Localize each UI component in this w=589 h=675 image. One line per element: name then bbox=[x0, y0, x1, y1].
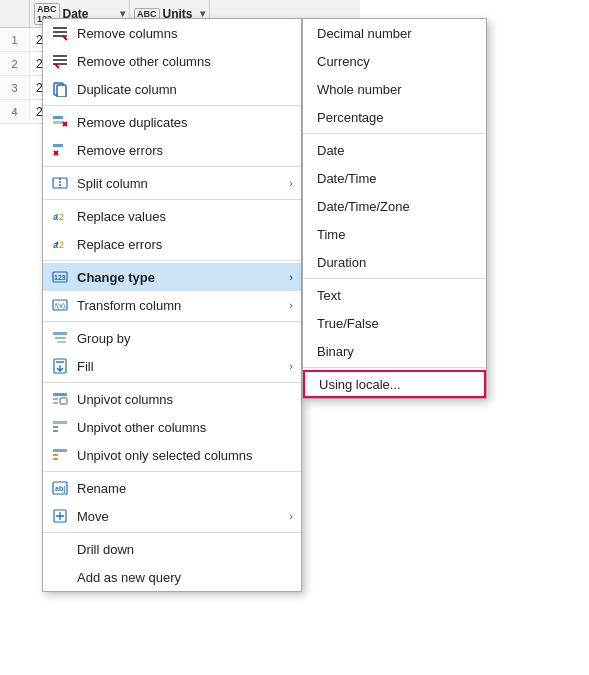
menu-item-change-type[interactable]: 123 Change type › bbox=[43, 263, 301, 291]
menu-item-duplicate-column[interactable]: Duplicate column bbox=[43, 75, 301, 103]
submenu-item-binary[interactable]: Binary bbox=[303, 337, 486, 365]
menu-item-replace-errors[interactable]: a 2 Replace errors bbox=[43, 230, 301, 258]
svg-rect-1 bbox=[53, 31, 67, 33]
separator-8 bbox=[43, 532, 301, 533]
svg-rect-5 bbox=[53, 59, 67, 61]
submenu-item-time[interactable]: Time bbox=[303, 220, 486, 248]
separator-7 bbox=[43, 471, 301, 472]
svg-rect-10 bbox=[53, 116, 63, 119]
move-icon bbox=[51, 507, 69, 525]
datetimezone-label: Date/Time/Zone bbox=[317, 199, 410, 214]
using-locale-label: Using locale... bbox=[319, 377, 401, 392]
decimal-label: Decimal number bbox=[317, 26, 412, 41]
unpivot-selected-icon bbox=[51, 446, 69, 464]
svg-rect-37 bbox=[53, 426, 58, 428]
binary-label: Binary bbox=[317, 344, 354, 359]
group-by-icon bbox=[51, 329, 69, 347]
remove-errors-label: Remove errors bbox=[77, 143, 163, 158]
submenu-item-using-locale[interactable]: Using locale... bbox=[303, 370, 486, 398]
split-column-label: Split column bbox=[77, 176, 148, 191]
svg-rect-29 bbox=[57, 341, 66, 343]
submenu-item-decimal[interactable]: Decimal number bbox=[303, 19, 486, 47]
menu-item-fill[interactable]: Fill › bbox=[43, 352, 301, 380]
move-label: Move bbox=[77, 509, 109, 524]
remove-other-columns-label: Remove other columns bbox=[77, 54, 211, 69]
submenu-item-percentage[interactable]: Percentage bbox=[303, 103, 486, 131]
row-num-3: 3 bbox=[0, 76, 30, 99]
submenu-item-whole[interactable]: Whole number bbox=[303, 75, 486, 103]
add-query-icon bbox=[51, 568, 69, 586]
fill-arrow: › bbox=[289, 360, 293, 372]
change-type-label: Change type bbox=[77, 270, 155, 285]
menu-item-add-query[interactable]: Add as new query bbox=[43, 563, 301, 591]
submenu-sep-2 bbox=[303, 278, 486, 279]
svg-text:2: 2 bbox=[59, 212, 64, 222]
transform-column-label: Transform column bbox=[77, 298, 181, 313]
svg-rect-38 bbox=[53, 430, 58, 432]
menu-item-unpivot-columns[interactable]: Unpivot columns bbox=[43, 385, 301, 413]
remove-duplicates-icon bbox=[51, 113, 69, 131]
separator-1 bbox=[43, 105, 301, 106]
remove-columns-icon bbox=[51, 24, 69, 42]
submenu-item-datetime[interactable]: Date/Time bbox=[303, 164, 486, 192]
transform-column-icon: f(x) bbox=[51, 296, 69, 314]
menu-item-replace-values[interactable]: a 2 Replace values bbox=[43, 202, 301, 230]
submenu-item-datetimezone[interactable]: Date/Time/Zone bbox=[303, 192, 486, 220]
unpivot-columns-label: Unpivot columns bbox=[77, 392, 173, 407]
menu-item-transform-column[interactable]: f(x) Transform column › bbox=[43, 291, 301, 319]
date-label: Date bbox=[317, 143, 344, 158]
svg-rect-34 bbox=[53, 402, 58, 404]
remove-other-columns-icon bbox=[51, 52, 69, 70]
svg-rect-27 bbox=[53, 332, 67, 335]
menu-item-remove-duplicates[interactable]: Remove duplicates bbox=[43, 108, 301, 136]
menu-item-rename[interactable]: ab| Rename bbox=[43, 474, 301, 502]
unpivot-selected-label: Unpivot only selected columns bbox=[77, 448, 253, 463]
split-column-icon bbox=[51, 174, 69, 192]
svg-rect-28 bbox=[55, 337, 66, 339]
submenu-item-truefalse[interactable]: True/False bbox=[303, 309, 486, 337]
menu-item-move[interactable]: Move › bbox=[43, 502, 301, 530]
menu-item-remove-errors[interactable]: Remove errors bbox=[43, 136, 301, 164]
menu-item-unpivot-selected[interactable]: Unpivot only selected columns bbox=[43, 441, 301, 469]
row-num-header bbox=[0, 0, 30, 27]
remove-errors-icon bbox=[51, 141, 69, 159]
change-type-arrow: › bbox=[289, 271, 293, 283]
menu-item-drill-down[interactable]: Drill down bbox=[43, 535, 301, 563]
svg-rect-0 bbox=[53, 27, 67, 29]
text-label: Text bbox=[317, 288, 341, 303]
menu-item-remove-columns[interactable]: Remove columns bbox=[43, 19, 301, 47]
move-arrow: › bbox=[289, 510, 293, 522]
submenu-item-date[interactable]: Date bbox=[303, 136, 486, 164]
submenu-change-type: Decimal number Currency Whole number Per… bbox=[302, 18, 487, 399]
submenu-item-currency[interactable]: Currency bbox=[303, 47, 486, 75]
separator-3 bbox=[43, 199, 301, 200]
submenu-item-text[interactable]: Text bbox=[303, 281, 486, 309]
svg-rect-40 bbox=[53, 454, 58, 456]
menu-item-remove-other-columns[interactable]: Remove other columns bbox=[43, 47, 301, 75]
menu-item-group-by[interactable]: Group by bbox=[43, 324, 301, 352]
submenu-sep-1 bbox=[303, 133, 486, 134]
row-num-2: 2 bbox=[0, 52, 30, 75]
fill-label: Fill bbox=[77, 359, 94, 374]
menu-item-unpivot-other[interactable]: Unpivot other columns bbox=[43, 413, 301, 441]
unpivot-other-label: Unpivot other columns bbox=[77, 420, 206, 435]
svg-rect-33 bbox=[53, 398, 58, 400]
row-num-1: 1 bbox=[0, 28, 30, 51]
replace-values-label: Replace values bbox=[77, 209, 166, 224]
time-label: Time bbox=[317, 227, 345, 242]
separator-6 bbox=[43, 382, 301, 383]
submenu-item-duration[interactable]: Duration bbox=[303, 248, 486, 276]
row-num-4: 4 bbox=[0, 100, 30, 123]
change-type-icon: 123 bbox=[51, 268, 69, 286]
separator-2 bbox=[43, 166, 301, 167]
svg-text:ab|: ab| bbox=[55, 485, 65, 493]
currency-label: Currency bbox=[317, 54, 370, 69]
transform-column-arrow: › bbox=[289, 299, 293, 311]
fill-icon bbox=[51, 357, 69, 375]
menu-item-split-column[interactable]: Split column › bbox=[43, 169, 301, 197]
submenu-sep-3 bbox=[303, 367, 486, 368]
replace-errors-icon: a 2 bbox=[51, 235, 69, 253]
rename-icon: ab| bbox=[51, 479, 69, 497]
split-column-arrow: › bbox=[289, 177, 293, 189]
svg-text:123: 123 bbox=[54, 274, 66, 281]
